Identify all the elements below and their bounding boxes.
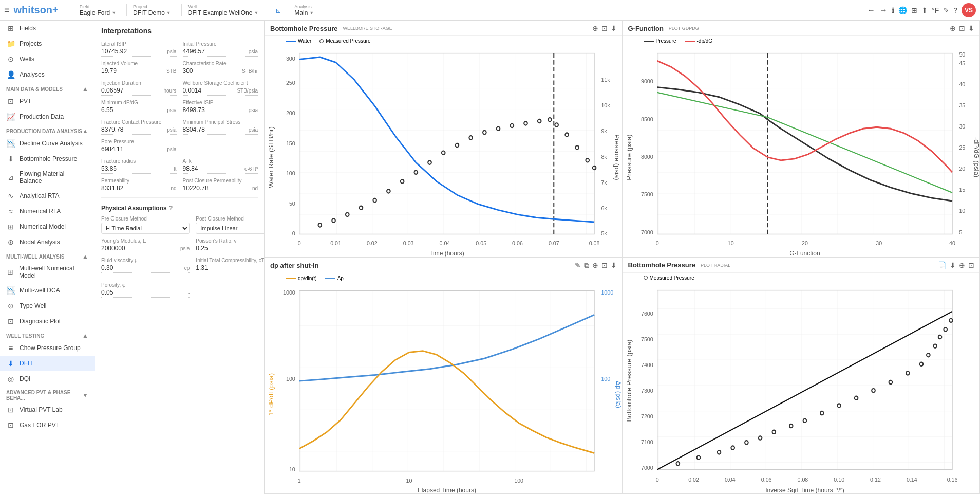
dpln-legend-line bbox=[286, 278, 296, 279]
poissons-ratio-input[interactable] bbox=[196, 245, 265, 252]
section-toggle-prod[interactable]: ▲ bbox=[82, 127, 88, 135]
legend-dpln: dp/dln(t) bbox=[286, 276, 317, 281]
expand-gf-icon[interactable]: ⊡ bbox=[959, 24, 965, 32]
sidebar-item-bottomhole-pressure[interactable]: ⬇ Bottomhole Pressure bbox=[0, 151, 95, 167]
well-selector[interactable]: Well DFIT Example WellOne ▼ bbox=[188, 4, 259, 16]
hamburger-icon[interactable]: ≡ bbox=[4, 5, 10, 15]
sidebar-item-production-data[interactable]: 📈 Production Data bbox=[0, 109, 95, 124]
section-well-testing: Well Testing ▲ bbox=[0, 329, 95, 340]
sidebar-item-chow-pressure[interactable]: ≡ Chow Pressure Group bbox=[0, 340, 95, 356]
chart-bottomhole-pressure: Bottomhole Pressure WELLBORE STORAGE ⊕ ⊡… bbox=[265, 21, 623, 258]
filter-icon[interactable]: ⊾ bbox=[275, 6, 281, 14]
crosshair-gf-icon[interactable]: ⊕ bbox=[950, 24, 956, 32]
expand-bhr-icon[interactable]: ⊡ bbox=[968, 261, 974, 269]
pvt-icon: ⊡ bbox=[6, 97, 15, 105]
avatar[interactable]: VS bbox=[962, 3, 976, 17]
help-icon[interactable]: ? bbox=[953, 6, 957, 14]
file-bhr-icon[interactable]: 📄 bbox=[938, 261, 947, 269]
svg-text:Inverse Sqrt Time (hours⁻¹/²): Inverse Sqrt Time (hours⁻¹/²) bbox=[765, 486, 844, 493]
permeability-field: Permeability 8331.82 nd bbox=[101, 178, 177, 193]
chart-bhr-legend: Measured Pressure bbox=[623, 273, 980, 283]
svg-text:100: 100 bbox=[286, 170, 295, 177]
sidebar-item-diagnostic-plot[interactable]: ⊡ Diagnostic Plot bbox=[0, 314, 95, 329]
svg-text:7500: 7500 bbox=[641, 336, 653, 342]
youngs-modulus-field: Young's Modulus, E psia bbox=[101, 238, 190, 253]
sidebar-item-fields[interactable]: ⊞ Fields bbox=[0, 21, 95, 36]
chart-gf-svg: Pressure (psia) -dP/dG (psia) 0 10 20 30… bbox=[623, 46, 980, 257]
sidebar-item-decline-curve[interactable]: 📉 Decline Curve Analysis bbox=[0, 136, 95, 151]
compressibility-input[interactable] bbox=[196, 264, 265, 271]
sidebar-item-numerical-rta[interactable]: ≈ Numerical RTA bbox=[0, 204, 95, 219]
section-toggle-testing[interactable]: ▲ bbox=[82, 332, 88, 339]
svg-text:0.10: 0.10 bbox=[834, 476, 844, 483]
analytical-rta-icon: ∿ bbox=[6, 192, 15, 200]
svg-text:300: 300 bbox=[286, 56, 295, 62]
nav-forward-icon[interactable]: → bbox=[879, 6, 888, 15]
sidebar-item-analytical-rta[interactable]: ∿ Analytical RTA bbox=[0, 188, 95, 204]
sidebar-item-pvt[interactable]: ⊡ PVT bbox=[0, 94, 95, 109]
info-icon[interactable]: ℹ bbox=[892, 6, 894, 14]
svg-text:0.08: 0.08 bbox=[797, 476, 808, 483]
crosshair-dp-icon[interactable]: ⊕ bbox=[592, 261, 598, 269]
edit-pencil-icon[interactable]: ✎ bbox=[943, 6, 949, 14]
section-toggle-advanced[interactable]: ▼ bbox=[82, 392, 88, 399]
section-multi-well: Multi-Well Analysis ▲ bbox=[0, 250, 95, 261]
download-gf-icon[interactable]: ⬇ bbox=[968, 24, 974, 32]
youngs-modulus-input[interactable] bbox=[101, 245, 178, 252]
svg-text:50: 50 bbox=[289, 200, 295, 207]
sidebar-item-multi-numerical[interactable]: ⊞ Multi-well Numerical Model bbox=[0, 261, 95, 283]
field-selector[interactable]: Field Eagle-Ford ▼ bbox=[80, 4, 116, 16]
expand-icon[interactable]: ⊡ bbox=[601, 24, 608, 32]
sidebar-item-multi-dca[interactable]: 📉 Multi-well DCA bbox=[0, 283, 95, 298]
svg-text:0: 0 bbox=[298, 240, 301, 247]
project-selector[interactable]: Project DFIT Demo ▼ bbox=[133, 4, 171, 16]
sidebar-item-wells[interactable]: ⊙ Wells bbox=[0, 51, 95, 67]
svg-text:0.04: 0.04 bbox=[440, 240, 450, 247]
crosshair-icon[interactable]: ⊕ bbox=[592, 24, 598, 32]
chart-bhr-header: Bottomhole Pressure PLOT RADIAL 📄 ⬇ ⊕ ⊡ bbox=[623, 258, 980, 273]
analysis-selector[interactable]: Analysis Main ▼ bbox=[294, 4, 314, 16]
download-bhr-icon[interactable]: ⬇ bbox=[950, 261, 956, 269]
help-circle-icon[interactable]: ? bbox=[169, 204, 173, 212]
pre-closure-select[interactable]: H-Time Radial bbox=[101, 223, 190, 234]
sidebar-item-analyses[interactable]: 👤 Analyses bbox=[0, 67, 95, 82]
download-dp-icon[interactable]: ⬇ bbox=[611, 261, 617, 269]
download-icon[interactable]: ⬇ bbox=[611, 24, 617, 32]
projects-icon: 📁 bbox=[6, 40, 15, 48]
chart-gf-subtitle: PLOT GDPDG bbox=[669, 26, 699, 31]
sidebar-item-type-well[interactable]: ⊙ Type Well bbox=[0, 298, 95, 314]
globe-icon[interactable]: 🌐 bbox=[898, 6, 907, 14]
svg-text:7300: 7300 bbox=[641, 387, 653, 394]
sidebar-item-flowing-material[interactable]: ⊿ Flowing Material Balance bbox=[0, 167, 95, 188]
characteristic-rate-field: Characteristic Rate 300 STB/hr bbox=[183, 61, 258, 76]
sidebar-item-nodal-analysis[interactable]: ⊛ Nodal Analysis bbox=[0, 234, 95, 250]
section-toggle-multi[interactable]: ▲ bbox=[82, 253, 88, 260]
chart-gf-legend: Pressure -dp/dG bbox=[623, 36, 980, 46]
temp-icon[interactable]: °F bbox=[932, 6, 939, 14]
sidebar-item-dqi[interactable]: ◎ DQI bbox=[0, 371, 95, 387]
sidebar-item-virtual-pvt[interactable]: ⊡ Virtual PVT Lab bbox=[0, 402, 95, 417]
svg-text:0.01: 0.01 bbox=[330, 240, 341, 247]
sidebar-item-numerical-model[interactable]: ⊞ Numerical Model bbox=[0, 219, 95, 234]
porosity-field: Porosity, φ - bbox=[101, 282, 190, 298]
expand-dp-icon[interactable]: ⊡ bbox=[601, 261, 608, 269]
sidebar-item-gas-eor[interactable]: ⊡ Gas EOR PVT bbox=[0, 417, 95, 433]
section-toggle-main[interactable]: ▲ bbox=[82, 85, 88, 93]
sidebar-item-projects[interactable]: 📁 Projects bbox=[0, 36, 95, 51]
copy-dp-icon[interactable]: ⧉ bbox=[584, 261, 589, 270]
svg-text:Elapsed Time (hours): Elapsed Time (hours) bbox=[418, 486, 476, 493]
sidebar-item-dfit[interactable]: ⬇ DFIT bbox=[0, 356, 95, 371]
upload-icon[interactable]: ⬆ bbox=[921, 6, 928, 14]
porosity-input[interactable] bbox=[101, 289, 186, 296]
svg-text:10: 10 bbox=[406, 477, 412, 484]
svg-text:20: 20 bbox=[959, 166, 965, 172]
viscosity-input[interactable] bbox=[101, 264, 182, 271]
edit-dp-icon[interactable]: ✎ bbox=[575, 261, 581, 269]
svg-text:0.14: 0.14 bbox=[906, 476, 917, 483]
nav-back-icon[interactable]: ← bbox=[867, 6, 875, 15]
crosshair-bhr-icon[interactable]: ⊕ bbox=[959, 261, 965, 269]
post-closure-select[interactable]: Impulse Linear bbox=[196, 223, 265, 234]
grid-icon[interactable]: ⊞ bbox=[911, 6, 917, 14]
topbar-actions: ← → ℹ 🌐 ⊞ ⬆ °F ✎ ? VS bbox=[867, 3, 976, 17]
svg-text:0.16: 0.16 bbox=[947, 476, 957, 483]
